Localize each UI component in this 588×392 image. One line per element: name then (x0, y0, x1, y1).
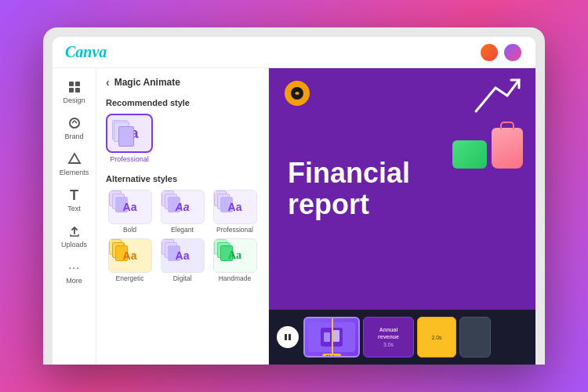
more-label: More (66, 277, 82, 285)
text-icon: T (67, 187, 82, 203)
alternative-title: Alternative styles (106, 174, 259, 183)
bag-handle (500, 122, 514, 129)
bold-label: Bold (123, 226, 136, 234)
animate-panel: ‹ Magic Animate Recommended style Aa Pro… (96, 68, 269, 365)
digital-label: Digital (173, 274, 192, 282)
back-button[interactable]: ‹ Magic Animate (106, 76, 259, 89)
timeline-clips: Kris (303, 317, 528, 358)
recommended-grid: Aa Professional (106, 114, 259, 163)
elegant-thumbnail: Aa (161, 190, 205, 224)
slide-title-line1: Financial (288, 158, 410, 189)
timeline-clips-wrapper: Kris (303, 317, 528, 358)
sidebar-item-elements[interactable]: Elements (56, 147, 93, 181)
slide-graphics (452, 76, 523, 169)
svg-rect-2 (69, 88, 74, 93)
annual-clip-content: Annualrevenue 3.0s (375, 324, 402, 350)
handmade-thumbnail: Aa (213, 238, 257, 273)
brand-label: Brand (64, 132, 83, 140)
svg-rect-10 (324, 332, 330, 342)
avatar-user-2[interactable] (503, 42, 523, 63)
svg-rect-8 (289, 334, 291, 340)
bold-thumbnail: Aa (108, 190, 152, 224)
yellow-clip-duration: 2.0s (431, 335, 441, 340)
energetic-label: Energetic (116, 274, 144, 282)
main-content: Design Brand (53, 68, 535, 365)
clip-kris[interactable]: Kris (303, 317, 360, 358)
svg-marker-5 (69, 154, 80, 163)
deco-shopping-bag (492, 128, 523, 169)
design-label: Design (63, 96, 85, 104)
digital-thumbnail: Aa (161, 238, 205, 273)
uploads-label: Uploads (61, 241, 87, 249)
uploads-icon (67, 223, 82, 239)
sidebar: Design Brand (53, 68, 96, 365)
slide-text-block: Financial report (288, 158, 410, 220)
svg-rect-11 (333, 330, 339, 342)
slide-title-line2: report (288, 189, 410, 220)
design-icon (67, 79, 82, 95)
recommended-title: Recommended style (106, 98, 259, 107)
slide-preview: Financial report (269, 68, 535, 310)
annual-clip-duration: 3.0s (378, 342, 399, 347)
slide-logo (285, 81, 310, 106)
playhead-indicator (332, 318, 333, 356)
svg-rect-3 (75, 88, 80, 93)
back-arrow-icon: ‹ (106, 76, 110, 89)
prof-aa: Aa (228, 201, 242, 213)
style-energetic[interactable]: Aa Energetic (106, 238, 154, 282)
avatar-user-1[interactable] (479, 42, 499, 63)
sidebar-item-more[interactable]: ··· More (56, 255, 93, 289)
more-icon: ··· (67, 260, 82, 275)
handmade-aa: Aa (228, 249, 241, 262)
bold-aa: Aa (123, 201, 137, 213)
kris-badge: Kris (322, 354, 341, 358)
text-label: Text (67, 205, 81, 212)
deco-arrow-chart (468, 76, 523, 123)
laptop-frame: Canva Desi (43, 27, 545, 365)
digital-aa: Aa (176, 249, 190, 262)
style-bold[interactable]: Aa Bold (106, 190, 154, 234)
elegant-aa: Aa (176, 201, 190, 213)
energetic-aa: Aa (123, 249, 137, 262)
panel-title: Magic Animate (114, 77, 180, 88)
professional-rec-label: Professional (110, 155, 149, 163)
page-layer-3 (118, 126, 134, 147)
elements-icon (67, 151, 82, 167)
clip-annual-revenue[interactable]: Annualrevenue 3.0s (363, 317, 414, 358)
brand-icon (67, 115, 82, 131)
sidebar-item-design[interactable]: Design (56, 74, 93, 109)
sidebar-item-text[interactable]: T Text (56, 183, 93, 217)
clip-yellow[interactable]: 2.0s (417, 317, 456, 358)
style-handmade[interactable]: Aa Handmade (211, 238, 259, 282)
professional-alt-thumbnail: Aa (213, 190, 257, 224)
alternative-grid: Aa Bold Aa Elegant (106, 190, 259, 282)
svg-rect-0 (69, 82, 74, 86)
professional-thumbnail: Aa (106, 114, 153, 153)
annual-clip-label: Annualrevenue (378, 327, 399, 340)
style-professional-alt[interactable]: Aa Professional (211, 190, 259, 234)
svg-point-4 (70, 118, 79, 128)
play-button[interactable] (277, 326, 299, 348)
timeline-bar: Kris (269, 310, 535, 365)
deco-green-block (452, 140, 487, 169)
clip-dark[interactable] (459, 317, 491, 358)
laptop-screen: Canva Desi (53, 37, 535, 365)
svg-rect-1 (75, 82, 80, 86)
canva-logo: Canva (65, 43, 107, 61)
svg-rect-7 (285, 334, 287, 340)
elements-label: Elements (60, 169, 89, 176)
energetic-thumbnail: Aa (108, 238, 152, 273)
elegant-label: Elegant (171, 226, 194, 234)
style-elegant[interactable]: Aa Elegant (158, 190, 206, 234)
top-bar: Canva (53, 37, 535, 68)
yellow-clip-content: 2.0s (428, 332, 445, 343)
sidebar-item-uploads[interactable]: Uploads (56, 219, 93, 253)
sidebar-item-brand[interactable]: Brand (56, 111, 93, 145)
deco-3d-elements (452, 128, 523, 169)
canvas-area: Financial report (269, 68, 535, 365)
professional-alt-label: Professional (216, 226, 253, 234)
avatar-group (479, 42, 523, 63)
handmade-label: Handmade (219, 274, 252, 282)
style-professional-recommended[interactable]: Aa Professional (106, 114, 153, 163)
style-digital[interactable]: Aa Digital (158, 238, 206, 282)
